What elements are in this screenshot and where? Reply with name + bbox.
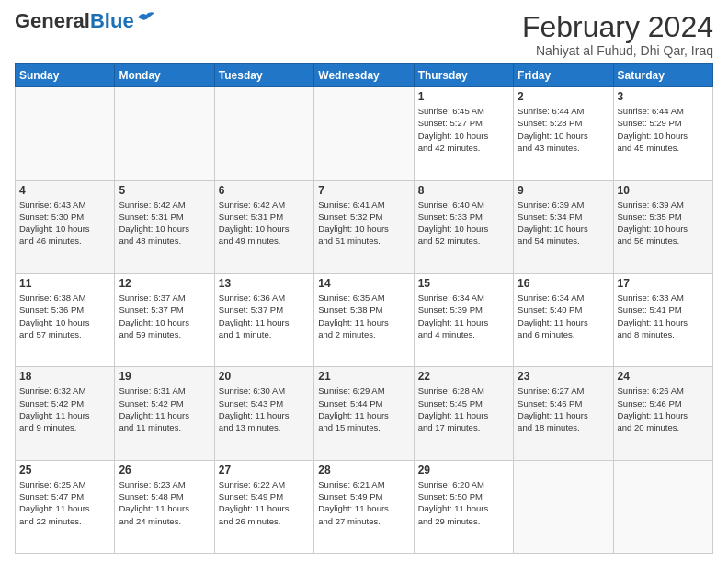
calendar-cell [16, 87, 115, 180]
day-number: 23 [518, 370, 609, 383]
calendar-cell: 7Sunrise: 6:41 AM Sunset: 5:32 PM Daylig… [314, 180, 414, 273]
page: GeneralBlue February 2024 Nahiyat al Fuh… [0, 0, 728, 563]
day-number: 26 [119, 464, 210, 477]
calendar-cell: 22Sunrise: 6:28 AM Sunset: 5:45 PM Dayli… [414, 367, 513, 460]
day-info: Sunrise: 6:28 AM Sunset: 5:45 PM Dayligh… [418, 385, 509, 433]
title-block: February 2024 Nahiyat al Fuhud, Dhi Qar,… [522, 11, 713, 58]
calendar-cell: 24Sunrise: 6:26 AM Sunset: 5:46 PM Dayli… [613, 367, 712, 460]
calendar-cell: 1Sunrise: 6:45 AM Sunset: 5:27 PM Daylig… [414, 87, 513, 180]
day-number: 1 [418, 90, 509, 103]
logo: GeneralBlue [15, 11, 156, 31]
calendar-cell: 3Sunrise: 6:44 AM Sunset: 5:29 PM Daylig… [613, 87, 712, 180]
logo-blue: Blue [90, 9, 134, 32]
day-info: Sunrise: 6:42 AM Sunset: 5:31 PM Dayligh… [119, 199, 210, 247]
calendar-cell: 12Sunrise: 6:37 AM Sunset: 5:37 PM Dayli… [115, 273, 214, 366]
day-number: 29 [418, 464, 509, 477]
day-info: Sunrise: 6:44 AM Sunset: 5:29 PM Dayligh… [618, 105, 709, 154]
day-header-sunday: Sunday [16, 64, 115, 87]
calendar-cell: 10Sunrise: 6:39 AM Sunset: 5:35 PM Dayli… [613, 180, 712, 273]
day-number: 4 [19, 184, 110, 197]
calendar-cell: 20Sunrise: 6:30 AM Sunset: 5:43 PM Dayli… [214, 367, 313, 460]
day-number: 11 [19, 277, 110, 290]
calendar-cell: 6Sunrise: 6:42 AM Sunset: 5:31 PM Daylig… [214, 180, 313, 273]
calendar-header-row: SundayMondayTuesdayWednesdayThursdayFrid… [16, 64, 713, 87]
month-title: February 2024 [522, 11, 713, 43]
day-header-thursday: Thursday [414, 64, 513, 87]
day-info: Sunrise: 6:39 AM Sunset: 5:35 PM Dayligh… [618, 199, 709, 247]
day-number: 14 [318, 277, 409, 290]
day-info: Sunrise: 6:38 AM Sunset: 5:36 PM Dayligh… [19, 292, 110, 340]
day-number: 6 [219, 184, 310, 197]
day-info: Sunrise: 6:40 AM Sunset: 5:33 PM Dayligh… [418, 199, 509, 247]
calendar-cell: 14Sunrise: 6:35 AM Sunset: 5:38 PM Dayli… [314, 273, 414, 366]
day-info: Sunrise: 6:26 AM Sunset: 5:46 PM Dayligh… [618, 385, 709, 433]
calendar-cell: 17Sunrise: 6:33 AM Sunset: 5:41 PM Dayli… [613, 273, 712, 366]
calendar-cell: 15Sunrise: 6:34 AM Sunset: 5:39 PM Dayli… [414, 273, 513, 366]
calendar-cell [514, 460, 613, 553]
day-number: 5 [119, 184, 210, 197]
day-number: 18 [19, 370, 110, 383]
day-number: 24 [618, 370, 709, 383]
day-info: Sunrise: 6:37 AM Sunset: 5:37 PM Dayligh… [119, 292, 210, 340]
day-info: Sunrise: 6:27 AM Sunset: 5:46 PM Dayligh… [518, 385, 609, 433]
day-info: Sunrise: 6:35 AM Sunset: 5:38 PM Dayligh… [318, 292, 409, 340]
day-info: Sunrise: 6:32 AM Sunset: 5:42 PM Dayligh… [19, 385, 110, 433]
day-number: 15 [418, 277, 509, 290]
day-number: 19 [119, 370, 210, 383]
day-number: 21 [318, 370, 409, 383]
calendar-cell: 13Sunrise: 6:36 AM Sunset: 5:37 PM Dayli… [214, 273, 313, 366]
logo-general: General [15, 9, 90, 32]
day-info: Sunrise: 6:30 AM Sunset: 5:43 PM Dayligh… [219, 385, 310, 433]
calendar-week-5: 25Sunrise: 6:25 AM Sunset: 5:47 PM Dayli… [16, 460, 713, 553]
day-info: Sunrise: 6:25 AM Sunset: 5:47 PM Dayligh… [19, 478, 110, 527]
calendar-cell: 16Sunrise: 6:34 AM Sunset: 5:40 PM Dayli… [514, 273, 613, 366]
day-number: 28 [318, 464, 409, 477]
calendar-cell: 8Sunrise: 6:40 AM Sunset: 5:33 PM Daylig… [414, 180, 513, 273]
day-info: Sunrise: 6:42 AM Sunset: 5:31 PM Dayligh… [219, 199, 310, 247]
day-number: 7 [318, 184, 409, 197]
calendar-cell: 21Sunrise: 6:29 AM Sunset: 5:44 PM Dayli… [314, 367, 414, 460]
day-number: 20 [219, 370, 310, 383]
calendar-cell: 4Sunrise: 6:43 AM Sunset: 5:30 PM Daylig… [16, 180, 115, 273]
day-info: Sunrise: 6:29 AM Sunset: 5:44 PM Dayligh… [318, 385, 409, 433]
day-info: Sunrise: 6:22 AM Sunset: 5:49 PM Dayligh… [219, 478, 310, 527]
day-info: Sunrise: 6:21 AM Sunset: 5:49 PM Dayligh… [318, 478, 409, 527]
calendar-week-1: 1Sunrise: 6:45 AM Sunset: 5:27 PM Daylig… [16, 87, 713, 180]
calendar-table: SundayMondayTuesdayWednesdayThursdayFrid… [15, 63, 713, 554]
day-number: 10 [618, 184, 709, 197]
day-number: 12 [119, 277, 210, 290]
calendar-week-4: 18Sunrise: 6:32 AM Sunset: 5:42 PM Dayli… [16, 367, 713, 460]
location: Nahiyat al Fuhud, Dhi Qar, Iraq [522, 43, 713, 58]
day-info: Sunrise: 6:41 AM Sunset: 5:32 PM Dayligh… [318, 199, 409, 247]
calendar-cell [214, 87, 313, 180]
day-number: 2 [518, 90, 609, 103]
calendar-cell: 27Sunrise: 6:22 AM Sunset: 5:49 PM Dayli… [214, 460, 313, 553]
calendar-cell: 28Sunrise: 6:21 AM Sunset: 5:49 PM Dayli… [314, 460, 414, 553]
day-header-tuesday: Tuesday [214, 64, 313, 87]
day-number: 3 [618, 90, 709, 103]
day-number: 13 [219, 277, 310, 290]
header: GeneralBlue February 2024 Nahiyat al Fuh… [15, 11, 713, 58]
calendar-cell: 11Sunrise: 6:38 AM Sunset: 5:36 PM Dayli… [16, 273, 115, 366]
day-info: Sunrise: 6:45 AM Sunset: 5:27 PM Dayligh… [418, 105, 509, 154]
day-number: 22 [418, 370, 509, 383]
calendar-cell [115, 87, 214, 180]
calendar-cell: 2Sunrise: 6:44 AM Sunset: 5:28 PM Daylig… [514, 87, 613, 180]
day-number: 17 [618, 277, 709, 290]
calendar-cell: 5Sunrise: 6:42 AM Sunset: 5:31 PM Daylig… [115, 180, 214, 273]
day-number: 9 [518, 184, 609, 197]
day-number: 25 [19, 464, 110, 477]
day-info: Sunrise: 6:31 AM Sunset: 5:42 PM Dayligh… [119, 385, 210, 433]
logo-text: GeneralBlue [15, 11, 134, 31]
day-header-monday: Monday [115, 64, 214, 87]
day-info: Sunrise: 6:33 AM Sunset: 5:41 PM Dayligh… [618, 292, 709, 340]
calendar-cell: 18Sunrise: 6:32 AM Sunset: 5:42 PM Dayli… [16, 367, 115, 460]
day-number: 8 [418, 184, 509, 197]
day-info: Sunrise: 6:34 AM Sunset: 5:39 PM Dayligh… [418, 292, 509, 340]
day-header-friday: Friday [514, 64, 613, 87]
calendar-cell [314, 87, 414, 180]
calendar-cell: 29Sunrise: 6:20 AM Sunset: 5:50 PM Dayli… [414, 460, 513, 553]
calendar-cell: 19Sunrise: 6:31 AM Sunset: 5:42 PM Dayli… [115, 367, 214, 460]
day-info: Sunrise: 6:20 AM Sunset: 5:50 PM Dayligh… [418, 478, 509, 527]
day-header-wednesday: Wednesday [314, 64, 414, 87]
